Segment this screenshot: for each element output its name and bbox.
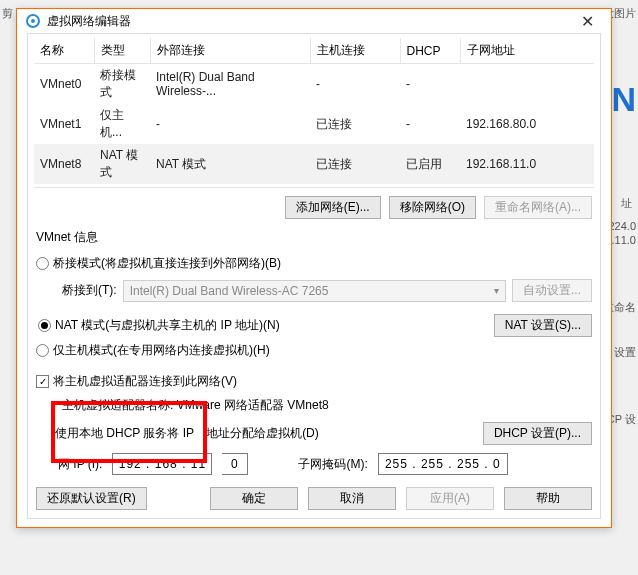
dialog-buttons: 还原默认设置(R) 确定 取消 应用(A) 帮助 [34,477,594,510]
subnet-mask-input[interactable]: 255 . 255 . 255 . 0 [378,453,508,475]
apply-button: 应用(A) [406,487,494,510]
virtual-network-editor-dialog: 虚拟网络编辑器 ✕ 名称 类型 外部连接 主机连接 DHCP 子网地址 [16,8,612,528]
bridge-to-label: 桥接到(T): [62,282,117,299]
title-bar: 虚拟网络编辑器 ✕ [17,9,611,33]
radio-icon [38,319,51,332]
table-row[interactable]: VMnet0桥接模式Intel(R) Dual Band Wireless-..… [34,64,594,105]
network-list-header: 名称 类型 外部连接 主机连接 DHCP 子网地址 [34,38,594,64]
radio-icon [36,257,49,270]
subnet-ip-label: 网 IP (I): [58,456,102,473]
auto-settings-button: 自动设置... [512,279,592,302]
subnet-ip-input[interactable]: 192 . 168 . 11 [112,453,212,475]
use-dhcp-checkbox[interactable]: 使用本地 DHCP 服务将 IP 地址分配给虚拟机(D) [36,422,321,445]
rename-network-button: 重命名网络(A)... [484,196,592,219]
table-row[interactable]: VMnet1仅主机...- 已连接-192.168.80.0 [34,104,594,144]
radio-icon [36,344,49,357]
col-dhcp[interactable]: DHCP [400,38,460,64]
list-buttons: 添加网络(E)... 移除网络(O) 重命名网络(A)... [34,188,594,229]
restore-defaults-button[interactable]: 还原默认设置(R) [36,487,147,510]
window-title: 虚拟网络编辑器 [47,13,131,30]
col-type[interactable]: 类型 [94,38,150,64]
bridge-target-combo: Intel(R) Dual Band Wireless-AC 7265 ▾ [123,280,506,302]
chevron-down-icon: ▾ [494,285,499,296]
subnet-ip-last-octet[interactable]: 0 [222,453,248,475]
ok-button[interactable]: 确定 [210,487,298,510]
svg-point-1 [31,19,35,23]
help-button[interactable]: 帮助 [504,487,592,510]
adapter-name-label: 主机虚拟适配器名称: VMware 网络适配器 VMnet8 [34,393,594,418]
subnet-mask-label: 子网掩码(M): [298,456,367,473]
bridge-mode-radio[interactable]: 桥接模式(将虚拟机直接连接到外部网络)(B) [34,252,594,275]
cancel-button[interactable]: 取消 [308,487,396,510]
checkbox-icon [36,375,49,388]
nat-mode-radio[interactable]: NAT 模式(与虚拟机共享主机的 IP 地址)(N) [36,314,282,337]
col-name[interactable]: 名称 [34,38,94,64]
connect-host-checkbox[interactable]: 将主机虚拟适配器连接到此网络(V) [34,370,594,393]
col-ext[interactable]: 外部连接 [150,38,310,64]
add-network-button[interactable]: 添加网络(E)... [285,196,381,219]
col-subnet[interactable]: 子网地址 [460,38,594,64]
hostonly-mode-radio[interactable]: 仅主机模式(在专用网络内连接虚拟机)(H) [34,339,594,362]
table-row[interactable]: VMnet8NAT 模式NAT 模式 已连接已启用192.168.11.0 [34,144,594,184]
app-icon [25,13,41,29]
network-list[interactable]: 名称 类型 外部连接 主机连接 DHCP 子网地址 VMnet0桥接模式Inte… [34,38,594,188]
col-host[interactable]: 主机连接 [310,38,400,64]
close-button[interactable]: ✕ [567,9,607,33]
remove-network-button[interactable]: 移除网络(O) [389,196,476,219]
dialog-body: 名称 类型 外部连接 主机连接 DHCP 子网地址 VMnet0桥接模式Inte… [27,33,601,519]
nat-settings-button[interactable]: NAT 设置(S)... [494,314,592,337]
dhcp-settings-button[interactable]: DHCP 设置(P)... [483,422,592,445]
vmnet-info-label: VMnet 信息 [36,229,592,246]
